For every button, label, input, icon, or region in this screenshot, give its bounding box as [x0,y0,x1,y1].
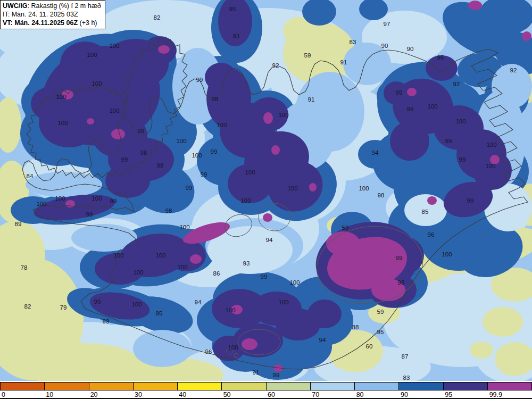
colorbar-segment [89,383,134,390]
colorbar-tick-label: 99.9 [489,391,502,398]
colorbar-segment [311,383,355,390]
colorbar-segment [488,383,531,390]
title-line-3: VT: Mán. 24.11.2025 06Z (+3 h) [3,19,101,27]
colorbar-tick-label: 80 [356,391,364,398]
colorbar-tick-label: 30 [135,391,142,398]
valid-time: VT: Mán. 24.11.2025 06Z [3,19,78,27]
colorbar-segment [355,383,399,390]
colorbar-tick-labels: 01020304050607080909599.9 [0,390,532,399]
colorbar-segment [134,383,178,390]
title-line-2: IT: Mán. 24. 11. 2025 03Z [3,10,101,19]
colorbar-tick-label: 20 [90,391,98,398]
colorbar-tick-label: 10 [46,391,53,398]
colorbar: 01020304050607080909599.9 [0,381,532,399]
colorbar-segment [222,383,266,390]
colorbar-tick-label: 40 [179,391,186,398]
colorbar-tick-label: 95 [445,391,452,398]
humidity-map: 9582939783909059919592929299919899991001… [0,0,532,381]
colorbar-segments [0,382,532,390]
colorbar-segment [45,383,89,390]
colorbar-tick-label: 90 [401,391,408,398]
colorbar-segment [178,383,222,390]
title-box: UWC/IG: Rakastig (%) í 2 m hæð IT: Mán. … [0,0,105,29]
weather-map-screen: 9582939783909059919592929299919899991001… [0,0,532,399]
colorbar-tick-label: 60 [268,391,275,398]
colorbar-segment [444,383,488,390]
colorbar-segment [399,383,443,390]
colorbar-tick-label: 70 [312,391,319,398]
map-canvas [0,0,532,381]
model-name: UWC/IG [3,2,28,10]
title-line-1: UWC/IG: Rakastig (%) í 2 m hæð [3,2,101,10]
colorbar-tick-label: 50 [223,391,231,398]
colorbar-segment [1,383,45,390]
colorbar-segment [267,383,311,390]
colorbar-tick-label: 0 [2,391,5,398]
